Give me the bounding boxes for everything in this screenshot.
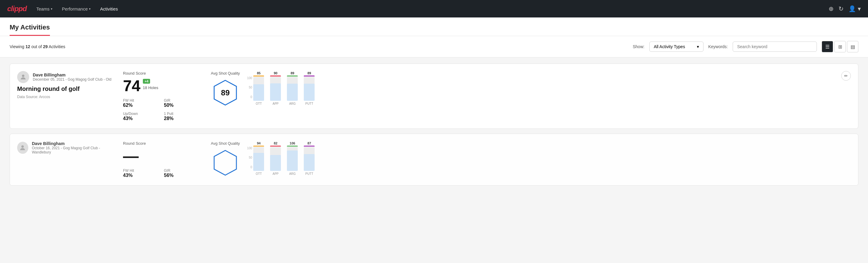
card-quality: Avg Shot Quality 10050094OTT82APP106ARG8… [211,141,851,176]
stats-grid: FW Hit 43% GIR 56% [123,169,201,178]
bar-container [270,147,281,171]
edit-button[interactable]: ✏ [841,71,851,81]
logo[interactable]: clippd [7,4,27,13]
avatar [17,71,29,83]
quality-section: Avg Shot Quality 89 [211,71,240,106]
add-icon[interactable]: ⊕ [829,5,834,12]
hexagon [212,149,239,176]
user-info: Dave Billingham October 16, 2021 - Gog M… [32,141,114,154]
svg-point-0 [22,75,24,77]
avatar [17,142,28,154]
data-source: Data Source: Arccos [17,95,114,99]
user-avatar-icon[interactable]: 👤 ▾ [848,5,861,12]
quality-section: Avg Shot Quality [211,141,240,176]
bar-container [304,77,315,101]
grid-view-button[interactable]: ⊞ [834,41,846,52]
round-score-row: — [123,148,201,164]
bar-chart: 10050085OTT90APP89ARG89PUTT [247,72,832,105]
nav-activities[interactable]: Activities [100,6,118,11]
page-title: My Activities [10,24,50,36]
chart-column: 87PUTT [304,141,315,175]
user-name: Dave Billingham [33,72,111,77]
nav-left: clippd Teams ▾ Performance ▾ Activities [7,4,118,13]
activities-list: Dave Billingham December 05, 2021 - Gog … [0,57,868,197]
hex-score: 89 [221,88,230,97]
activity-card: Dave Billingham December 05, 2021 - Gog … [10,63,858,129]
card-stats: Round Score — FW Hit 43% GIR 56% [123,141,201,178]
compact-view-button[interactable]: ▤ [847,41,858,52]
refresh-icon[interactable]: ↻ [839,5,844,12]
user-row: Dave Billingham October 16, 2021 - Gog M… [17,141,114,154]
chart-column: 89ARG [287,71,298,105]
list-view-button[interactable]: ☰ [822,41,833,52]
user-name: Dave Billingham [32,141,114,146]
activity-card: Dave Billingham October 16, 2021 - Gog M… [10,134,858,186]
chart-column: 82APP [270,141,281,175]
hexagon-wrapper [211,149,240,176]
score-badge: +4 [143,79,150,84]
chart-column: 90APP [270,71,281,105]
bar-container [287,147,298,171]
bar-container [287,77,298,101]
activity-date: December 05, 2021 - Gog Magog Golf Club … [33,77,111,82]
gir-stat: GIR 50% [164,98,201,108]
show-label: Show: [633,44,645,49]
card-quality: Avg Shot Quality 89 10050085OTT90APP89AR… [211,71,832,106]
card-stats: Round Score 74 +4 18 Holes FW Hit 62% GI… [123,71,201,121]
avg-shot-label: Avg Shot Quality [211,71,240,76]
keywords-label: Keywords: [708,44,728,49]
bar-container [270,77,281,101]
bar-container [253,147,264,171]
avg-shot-label: Avg Shot Quality [211,141,240,146]
stats-grid: FW Hit 62% GIR 50% Up/Down 43% 1 Putt 28… [123,98,201,121]
gir-stat: GIR 56% [164,169,201,178]
chart-column: 89PUTT [304,71,315,105]
user-row: Dave Billingham December 05, 2021 - Gog … [17,71,114,83]
dropdown-chevron-icon: ▾ [697,44,699,49]
nav-performance[interactable]: Performance ▾ [62,6,91,11]
view-buttons: ☰ ⊞ ▤ [822,41,858,52]
bar-chart: 10050094OTT82APP106ARG87PUTT [247,142,851,175]
activity-title: Morning round of golf [17,85,114,92]
nav-teams[interactable]: Teams ▾ [36,6,52,11]
navbar: clippd Teams ▾ Performance ▾ Activities … [0,0,868,18]
hexagon: 89 [212,79,239,106]
search-input[interactable] [733,41,817,52]
chart-column: 94OTT [253,141,264,175]
activity-date: October 16, 2021 - Gog Magog Golf Club -… [32,146,114,154]
bar-container [304,147,315,171]
filter-bar: Viewing 12 out of 29 Activities Show: Al… [0,36,868,57]
hexagon-svg [212,149,239,176]
holes-text: 18 Holes [143,85,158,90]
card-left: Dave Billingham December 05, 2021 - Gog … [17,71,114,99]
oneputt-stat: 1 Putt 28% [164,112,201,121]
score-value: 74 [123,78,141,94]
svg-marker-3 [214,150,237,175]
svg-point-2 [21,145,24,148]
teams-chevron-icon: ▾ [51,7,52,10]
chart-column: 85OTT [253,71,264,105]
round-score-label: Round Score [123,141,201,146]
viewing-count: Viewing 12 out of 29 Activities [10,44,628,49]
hexagon-wrapper: 89 [211,79,240,106]
activity-type-dropdown[interactable]: All Activity Types ▾ [649,41,704,52]
nav-right: ⊕ ↻ 👤 ▾ [829,5,861,12]
score-dash: — [123,148,138,164]
fw-hit-stat: FW Hit 62% [123,98,160,108]
round-score-row: 74 +4 18 Holes [123,78,201,94]
card-left: Dave Billingham October 16, 2021 - Gog M… [17,141,114,157]
page-header: My Activities [0,18,868,36]
updown-stat: Up/Down 43% [123,112,160,121]
chart-column: 106ARG [287,141,298,175]
fw-hit-stat: FW Hit 43% [123,169,160,178]
performance-chevron-icon: ▾ [89,7,91,10]
user-info: Dave Billingham December 05, 2021 - Gog … [33,72,111,82]
bar-container [253,77,264,101]
round-score-label: Round Score [123,71,201,76]
